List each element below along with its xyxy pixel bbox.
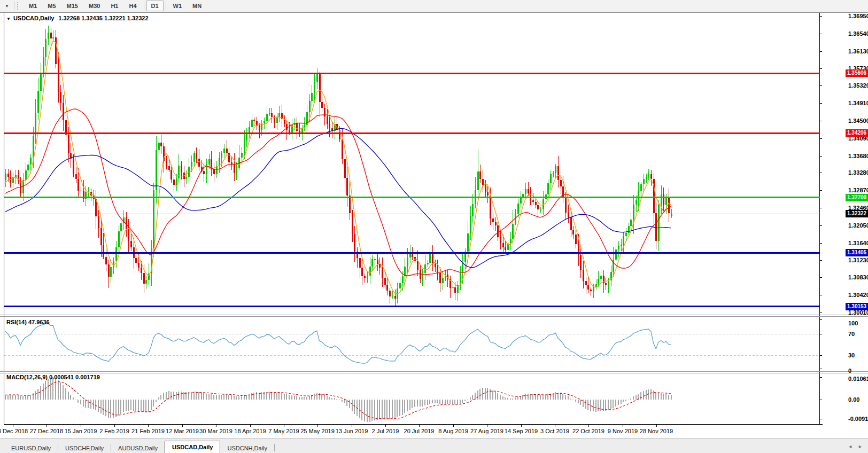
time-axis-label: 14 Sep 2019 <box>505 428 538 435</box>
rsi-axis-label: 30 <box>848 352 855 359</box>
rsi-axis-label: 70 <box>848 330 855 338</box>
tf-button-h4[interactable]: H4 <box>124 1 141 11</box>
chart-title: ▼USDCAD,Daily1.32268 1.32435 1.32221 1.3… <box>6 15 149 21</box>
macd-axis-label: 0.00 <box>848 396 859 403</box>
price-axis-tick-label: 1.35320 <box>848 82 868 89</box>
time-axis-label: 15 Jan 2019 <box>65 428 97 435</box>
time-axis-label: 22 Oct 2019 <box>572 428 604 435</box>
time-axis-label: 12 Mar 2019 <box>166 428 199 435</box>
rsi-label: RSI(14) 47.9636 <box>6 319 50 325</box>
time-axis-label: 7 May 2019 <box>268 428 299 435</box>
rsi-axis-label: 0 <box>848 367 851 374</box>
price-axis-tick-label: 1.36130 <box>848 48 868 55</box>
macd-axis-label: -0.009181 <box>848 415 868 423</box>
price-line-label: 1.32700 <box>846 194 868 201</box>
caret-down-icon: ▼ <box>6 17 11 21</box>
current-price-label: 1.32322 <box>846 210 868 217</box>
tab-divider <box>274 444 275 451</box>
tab-scroll-left-button[interactable]: ◄ <box>848 444 852 449</box>
macd-axis-label: 0.010615 <box>848 375 868 382</box>
time-axis-label: 8 Aug 2019 <box>438 428 468 435</box>
tf-button-mn[interactable]: MN <box>188 1 206 11</box>
tf-button-w1[interactable]: W1 <box>168 1 187 11</box>
tf-button-m5[interactable]: M5 <box>43 1 60 11</box>
macd-label: MACD(12,26,9) 0.000541 0.001719 <box>6 374 100 380</box>
tab-bar: EURUSD,DailyUSDCHF,DailyAUDUSD,DailyUSDC… <box>0 439 868 453</box>
toolbar: ▼ M1M5M15M30H1H4D1W1MN <box>0 0 868 12</box>
time-axis-label: 20 Jul 2019 <box>404 428 435 435</box>
time-axis-label: 25 May 2019 <box>300 428 335 435</box>
tab-audusd[interactable]: AUDUSD,Daily <box>111 443 165 453</box>
time-axis-label: 2 Feb 2019 <box>99 428 129 435</box>
time-axis-label: 27 Dec 2018 <box>30 428 63 435</box>
symbol-tabs: EURUSD,DailyUSDCHF,DailyAUDUSD,DailyUSDC… <box>4 439 275 453</box>
tf-button-h1[interactable]: H1 <box>106 1 123 11</box>
time-axis-label: 13 Jun 2019 <box>336 428 368 435</box>
price-axis-tick-label: 1.32870 <box>848 186 868 194</box>
toolbar-separator <box>144 2 144 10</box>
candles <box>5 26 672 306</box>
tab-usdcad[interactable]: USDCAD,Daily <box>165 441 220 453</box>
toolbar-separator <box>14 2 14 10</box>
toolbar-grip-handle[interactable] <box>17 2 20 10</box>
time-axis-label: 21 Feb 2019 <box>131 428 165 435</box>
horizontal-lines <box>4 73 820 306</box>
chart-symbol-period: USDCAD,Daily <box>13 15 54 21</box>
price-line-label: 1.31405 <box>846 249 868 256</box>
time-axis-label: 2 Jul 2019 <box>372 428 399 435</box>
price-axis-tick-label: 1.36540 <box>848 30 868 37</box>
tab-usdcnh[interactable]: USDCNH,Daily <box>220 443 274 453</box>
tf-button-d1[interactable]: D1 <box>146 1 164 11</box>
toolbar-separator <box>166 2 166 10</box>
price-axis-tick-label: 1.31640 <box>848 239 868 247</box>
price-axis-tick-label: 1.33680 <box>848 152 868 160</box>
price-axis-tick-label: 1.34500 <box>848 117 868 124</box>
time-axis-label: 9 Nov 2019 <box>608 428 638 435</box>
timeframe-button-group: M1M5M15M30H1H4D1W1MN <box>24 1 207 11</box>
tab-scroll-right-button[interactable]: ► <box>858 444 863 449</box>
price-chart-canvas[interactable] <box>0 0 868 453</box>
price-axis-tick-label: 1.30830 <box>848 274 868 281</box>
price-axis-tick-label: 1.30420 <box>848 291 868 299</box>
price-line-label: 1.34206 <box>846 129 868 137</box>
tab-scroll-buttons: ◄ ► <box>848 439 863 453</box>
price-line-label: 1.30153 <box>846 303 868 310</box>
time-axis-label: 18 Apr 2019 <box>234 428 266 435</box>
time-axis-label: 28 Nov 2019 <box>640 428 673 435</box>
macd-signal-line <box>5 382 671 419</box>
price-line-label: 1.35606 <box>846 69 868 77</box>
macd-histogram <box>5 377 672 422</box>
time-axis-label: 30 Mar 2019 <box>199 428 232 435</box>
price-axis-tick-label: 1.31230 <box>848 256 868 264</box>
price-axis-tick-label: 1.32050 <box>848 222 868 229</box>
tf-button-m1[interactable]: M1 <box>24 1 42 11</box>
time-axis-label: 3 Oct 2019 <box>540 428 569 435</box>
tf-button-m30[interactable]: M30 <box>84 1 105 11</box>
chart-ohlc-values: 1.32268 1.32435 1.32221 1.32322 <box>58 15 148 21</box>
rsi-axis-label: 100 <box>848 319 858 327</box>
price-axis-tick-label: 1.33280 <box>848 169 868 176</box>
time-axis-label: 27 Aug 2019 <box>470 428 503 435</box>
price-axis-tick-label: 1.36950 <box>848 12 868 20</box>
axis-ticks <box>13 17 822 427</box>
moving-averages <box>5 41 671 294</box>
time-axis-label: 8 Dec 2018 <box>0 428 28 435</box>
tab-eurusd[interactable]: EURUSD,Daily <box>4 443 58 453</box>
tab-usdchf[interactable]: USDCHF,Daily <box>58 443 111 453</box>
price-axis-tick-label: 1.34910 <box>848 99 868 107</box>
rsi-line <box>5 324 671 363</box>
pane-borders <box>0 13 868 425</box>
caret-down-icon: ▼ <box>5 4 9 9</box>
tf-button-m15[interactable]: M15 <box>62 1 83 11</box>
chart-dropdown-button[interactable]: ▼ <box>2 1 12 11</box>
